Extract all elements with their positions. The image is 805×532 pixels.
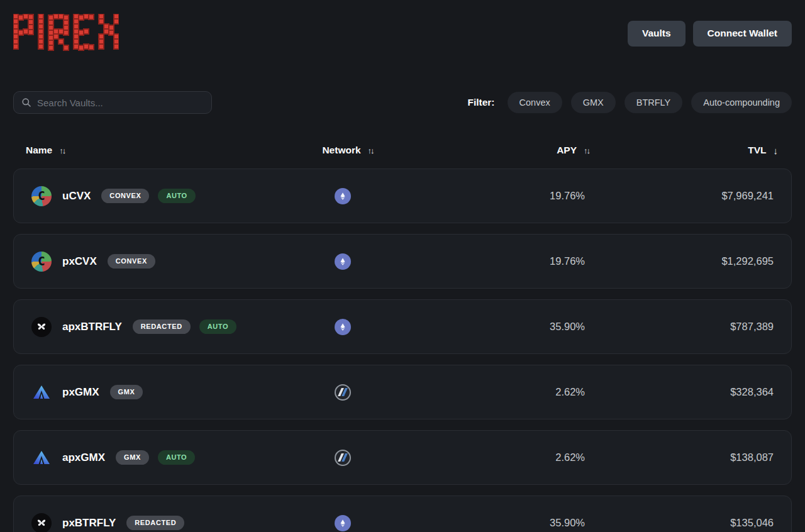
gmx-token-icon [32, 448, 51, 467]
vault-tvl: $787,389 [585, 321, 774, 333]
table-header: Name ↑↓ Network ↑↓ APY ↑↓ TVL ↓ [13, 143, 792, 158]
vault-apy: 35.90% [396, 321, 585, 333]
vault-tvl: $138,087 [585, 452, 774, 463]
filter-pill-gmx[interactable]: GMX [571, 92, 616, 113]
badge-auto: AUTO [158, 189, 195, 203]
badge-list: GMX [110, 385, 143, 399]
ethereum-network-icon [335, 253, 351, 270]
search-icon [21, 97, 31, 108]
btrfly-token-icon [31, 513, 52, 532]
vault-apy: 19.76% [396, 190, 585, 202]
sort-icon: ↑↓ [59, 146, 66, 155]
vault-row-apxgmx[interactable]: apxGMX GMXAUTO 2.62% $138,087 [13, 430, 792, 485]
filter-pill-convex[interactable]: Convex [508, 92, 562, 113]
vault-name: pxCVX [62, 255, 97, 268]
connect-wallet-button[interactable]: Connect Wallet [693, 21, 792, 47]
arbitrum-network-icon [335, 450, 351, 466]
butterfly-glyph [36, 518, 47, 529]
gmx-triangle-glyph [32, 383, 51, 402]
cvx-token-icon: C [31, 186, 52, 206]
topbar: Vaults Connect Wallet [13, 0, 792, 52]
network-cell [335, 450, 351, 466]
arbitrum-network-icon [335, 384, 351, 401]
column-header-name[interactable]: Name ↑↓ [26, 145, 295, 156]
ethereum-network-icon [335, 515, 351, 531]
token-icon [31, 513, 52, 532]
vault-row-pxcvx[interactable]: C pxCVX CONVEX 19.76% $1,292,695 [13, 234, 792, 289]
column-label: TVL [748, 145, 766, 156]
vault-name-cell: C uCVX CONVEXAUTO [31, 186, 289, 206]
badge-convex: CONVEX [101, 189, 149, 203]
eth-diamond-glyph [338, 519, 347, 528]
topbar-actions: Vaults Connect Wallet [628, 21, 792, 47]
eth-diamond-glyph [338, 192, 347, 201]
vault-name-cell: apxGMX GMXAUTO [31, 448, 289, 468]
badge-list: CONVEX [108, 254, 155, 269]
vault-row-pxbtrfly[interactable]: pxBTRFLY REDACTED 35.90% $135,046 [13, 496, 792, 532]
token-icon: C [31, 186, 52, 206]
badge-redacted: REDACTED [133, 319, 191, 334]
vault-name: pxBTRFLY [62, 517, 116, 529]
token-icon: C [31, 252, 52, 272]
filter-pill-auto-compounding[interactable]: Auto-compounding [691, 92, 792, 113]
network-cell [335, 253, 351, 270]
badge-list: REDACTEDAUTO [133, 319, 236, 334]
token-icon [31, 448, 52, 468]
badge-auto: AUTO [158, 450, 195, 465]
vaults-button[interactable]: Vaults [628, 21, 686, 47]
token-icon [31, 382, 52, 402]
filter-pill-list: ConvexGMXBTRFLYAuto-compounding [508, 92, 792, 113]
network-cell [335, 515, 351, 531]
ethereum-network-icon [335, 188, 351, 204]
vault-tvl: $135,046 [585, 517, 774, 529]
vault-list: C uCVX CONVEXAUTO 19.76% $7,969,241 C px… [13, 169, 792, 532]
token-icon [31, 317, 52, 337]
sort-desc-icon: ↓ [774, 145, 780, 156]
vault-tvl: $7,969,241 [585, 190, 774, 202]
column-label: APY [557, 145, 577, 156]
vault-tvl: $328,364 [585, 386, 774, 398]
vault-apy: 19.76% [396, 255, 585, 267]
column-header-apy[interactable]: APY ↑↓ [402, 145, 591, 156]
badge-convex: CONVEX [108, 254, 155, 269]
vault-row-pxgmx[interactable]: pxGMX GMX 2.62% $328,364 [13, 365, 792, 419]
vault-name-cell: pxGMX GMX [31, 382, 289, 402]
cvx-letter: C [38, 189, 45, 202]
vault-name-cell: apxBTRFLY REDACTEDAUTO [31, 317, 289, 337]
column-label: Network [322, 145, 360, 156]
vault-name: uCVX [62, 190, 91, 202]
column-header-network[interactable]: Network ↑↓ [295, 145, 402, 156]
network-cell [335, 188, 351, 204]
vault-name: apxGMX [62, 452, 105, 464]
butterfly-glyph [36, 321, 47, 333]
badge-auto: AUTO [199, 319, 236, 334]
pirex-logo [13, 14, 119, 53]
vault-row-ucvx[interactable]: C uCVX CONVEXAUTO 19.76% $7,969,241 [13, 169, 792, 223]
badge-list: REDACTED [126, 516, 184, 530]
search-input[interactable] [37, 97, 204, 108]
filter-group: Filter: ConvexGMXBTRFLYAuto-compounding [467, 92, 792, 113]
column-header-tvl[interactable]: TVL ↓ [591, 145, 779, 156]
network-cell [335, 384, 351, 401]
vault-name-cell: C pxCVX CONVEX [31, 252, 289, 272]
vault-apy: 2.62% [396, 452, 585, 463]
page: { "theme": { "page_bg": "#17191d", "card… [0, 0, 805, 532]
ethereum-network-icon [335, 319, 351, 335]
eth-diamond-glyph [338, 257, 347, 266]
vault-apy: 35.90% [396, 517, 585, 529]
vault-row-apxbtrfly[interactable]: apxBTRFLY REDACTEDAUTO 35.90% $787,389 [13, 299, 792, 354]
filter-pill-btrfly[interactable]: BTRFLY [625, 92, 683, 113]
search-box [13, 91, 212, 114]
cvx-letter: C [38, 254, 45, 268]
gmx-token-icon [32, 383, 51, 402]
vault-name-cell: pxBTRFLY REDACTED [31, 513, 289, 532]
sort-icon: ↑↓ [584, 146, 591, 155]
badge-redacted: REDACTED [126, 516, 184, 530]
vault-name: pxGMX [62, 386, 99, 399]
cvx-token-icon: C [31, 252, 52, 272]
column-label: Name [26, 145, 52, 156]
gmx-triangle-glyph [32, 448, 51, 467]
sort-icon: ↑↓ [368, 146, 375, 155]
vault-name: apxBTRFLY [62, 321, 122, 333]
badge-list: CONVEXAUTO [101, 189, 195, 203]
